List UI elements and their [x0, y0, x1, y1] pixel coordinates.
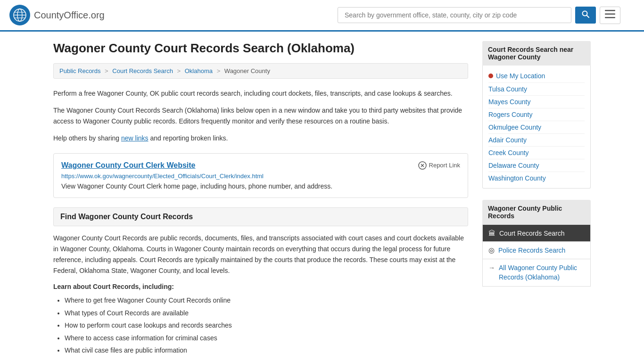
svg-line-6: [587, 16, 589, 18]
sidebar-record-item[interactable]: 🏛Court Records Search: [482, 224, 591, 242]
svg-rect-9: [605, 17, 615, 18]
arrow-icon: →: [488, 264, 495, 272]
learn-bullets: Where to get free Wagoner County Court R…: [53, 294, 468, 357]
sidebar-nearby-county-link[interactable]: Delaware County: [488, 159, 585, 172]
sidebar-public-title: Wagoner County Public Records: [482, 200, 591, 224]
logo-area[interactable]: CountyOffice.org: [9, 5, 105, 25]
nearby-counties-list: Tulsa CountyMayes CountyRogers CountyOkm…: [488, 83, 585, 184]
sidebar-record-item[interactable]: ◎Police Records Search: [482, 242, 591, 259]
breadcrumb-court-records-search[interactable]: Court Records Search: [112, 67, 173, 74]
use-my-location[interactable]: Use My Location: [488, 69, 585, 83]
sidebar-nearby-county-link[interactable]: Rogers County: [488, 108, 585, 121]
find-section-box: Find Wagoner County Court Records: [53, 207, 468, 226]
location-dot-icon: [488, 74, 493, 78]
sidebar-all-records[interactable]: → All Wagoner County Public Records (Okl…: [482, 259, 591, 287]
link-card-desc: View Wagoner County Court Clerk home pag…: [61, 182, 460, 190]
sidebar-nearby: Court Records Search near Wagoner County…: [482, 41, 591, 189]
sidebar-records-items: 🏛Court Records Search◎Police Records Sea…: [482, 224, 591, 259]
link-card: Wagoner County Court Clerk Website Repor…: [53, 153, 468, 198]
sidebar-nearby-county-link[interactable]: Washington County: [488, 172, 585, 184]
description-para1: Perform a free Wagoner County, OK public…: [53, 88, 468, 99]
breadcrumb-public-records[interactable]: Public Records: [59, 67, 100, 74]
link-card-url[interactable]: https://www.ok.gov/wagnercounty/Elected_…: [61, 173, 460, 180]
all-records-link[interactable]: All Wagoner County Public Records (Oklah…: [499, 263, 585, 282]
search-area: [338, 7, 620, 24]
sidebar-nearby-county-link[interactable]: Creek County: [488, 147, 585, 159]
description-para3: Help others by sharing new links and rep…: [53, 133, 468, 143]
list-item: How to perform court case lookups and re…: [65, 319, 468, 332]
sidebar-nearby-county-link[interactable]: Tulsa County: [488, 83, 585, 96]
learn-label: Learn about Court Records, including:: [53, 283, 468, 290]
description-para2: The Wagoner County Court Records Search …: [53, 105, 468, 126]
sidebar-public-records: Wagoner County Public Records 🏛Court Rec…: [482, 200, 591, 287]
logo-text: CountyOffice.org: [34, 10, 105, 21]
record-item-label: Court Records Search: [499, 230, 565, 237]
report-link-button[interactable]: Report Link: [418, 161, 460, 170]
breadcrumb-oklahoma[interactable]: Oklahoma: [185, 67, 213, 74]
list-item: Where to get free Wagoner County Court R…: [65, 294, 468, 307]
list-item: What types of Court Records are availabl…: [65, 307, 468, 320]
find-section-heading: Find Wagoner County Court Records: [60, 213, 461, 221]
main-container: Wagoner County Court Records Search (Okl…: [39, 32, 605, 362]
sidebar-nearby-title: Court Records Search near Wagoner County: [482, 41, 591, 66]
search-input[interactable]: [338, 7, 571, 23]
record-icon: ◎: [488, 246, 495, 255]
sidebar-nearby-county-link[interactable]: Okmulgee County: [488, 121, 585, 134]
list-item: What civil case files are public informa…: [65, 344, 468, 357]
svg-rect-7: [605, 10, 615, 11]
page-title: Wagoner County Court Records Search (Okl…: [53, 41, 468, 56]
breadcrumb-wagoner-county: Wagoner County: [224, 67, 270, 74]
list-item: Where to access case information for cri…: [65, 332, 468, 345]
sidebar: Court Records Search near Wagoner County…: [482, 41, 591, 357]
link-card-title[interactable]: Wagoner County Court Clerk Website: [61, 161, 195, 170]
sidebar-nearby-links: Use My Location Tulsa CountyMayes County…: [482, 66, 591, 189]
search-button[interactable]: [575, 7, 596, 24]
record-icon: 🏛: [488, 229, 495, 237]
content-area: Wagoner County Court Records Search (Okl…: [53, 41, 468, 357]
record-item-link[interactable]: Police Records Search: [498, 247, 565, 254]
new-links-link[interactable]: new links: [121, 134, 149, 142]
svg-rect-8: [605, 13, 615, 15]
logo-icon: [9, 5, 30, 25]
sidebar-nearby-county-link[interactable]: Adair County: [488, 134, 585, 147]
breadcrumb: Public Records > Court Records Search > …: [53, 63, 468, 79]
find-section-body: Wagoner County Court Records are public …: [53, 233, 468, 276]
sidebar-nearby-county-link[interactable]: Mayes County: [488, 96, 585, 108]
site-header: CountyOffice.org: [0, 0, 644, 32]
menu-button[interactable]: [600, 7, 620, 24]
